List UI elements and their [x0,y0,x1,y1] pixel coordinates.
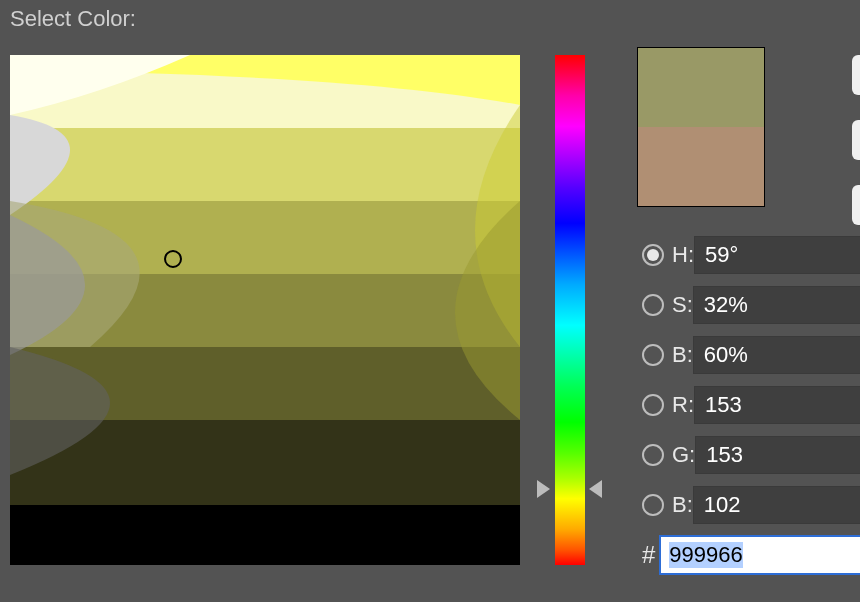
row-blue: B: [642,485,847,525]
input-blue[interactable] [693,486,860,524]
svg-rect-6 [10,505,520,565]
edge-button-1[interactable] [852,55,860,95]
input-saturation[interactable] [693,286,860,324]
label-hex: # [642,541,655,569]
label-green: G: [672,442,695,468]
hue-slider[interactable] [555,55,585,565]
row-brightness: B: [642,335,847,375]
color-swatch [637,47,765,207]
radio-hue[interactable] [642,244,664,266]
hue-arrow-right-icon [589,480,602,498]
radio-brightness[interactable] [642,344,664,366]
sb-gradient-svg [10,55,520,565]
input-hex[interactable] [659,535,860,575]
edge-button-2[interactable] [852,120,860,160]
label-hue: H: [672,242,694,268]
swatch-new-color [638,48,764,127]
label-saturation: S: [672,292,693,318]
saturation-brightness-field[interactable] [10,55,520,565]
dialog-title: Select Color: [10,6,136,32]
radio-red[interactable] [642,394,664,416]
input-green[interactable] [695,436,860,474]
label-red: R: [672,392,694,418]
input-red[interactable] [694,386,860,424]
value-fields: H: S: B: R: G: B: # [642,235,847,585]
swatch-old-color[interactable] [638,127,764,206]
svg-rect-1 [10,128,520,201]
row-saturation: S: [642,285,847,325]
row-hex: # [642,535,847,575]
input-hue[interactable] [694,236,860,274]
input-brightness[interactable] [693,336,860,374]
row-hue: H: [642,235,847,275]
radio-green[interactable] [642,444,664,466]
row-green: G: [642,435,847,475]
edge-button-3[interactable] [852,185,860,225]
label-brightness: B: [672,342,693,368]
row-red: R: [642,385,847,425]
hue-arrow-left-icon [537,480,550,498]
radio-blue[interactable] [642,494,664,516]
label-blue: B: [672,492,693,518]
radio-saturation[interactable] [642,294,664,316]
